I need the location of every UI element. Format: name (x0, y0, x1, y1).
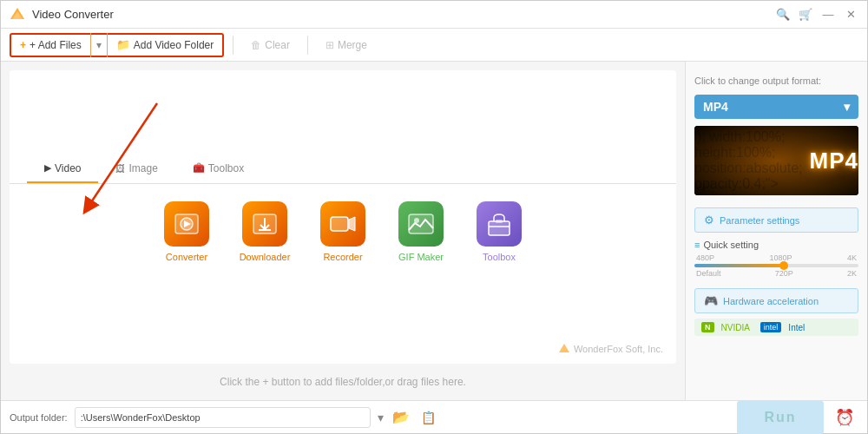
hardware-acceleration-button[interactable]: 🎮 Hardware acceleration (694, 288, 858, 313)
slider-top-labels: 480P 1080P 4K (694, 253, 858, 262)
output-label: Output folder: (10, 412, 68, 423)
main-content: ▶ Video 🖼 Image 🧰 Toolbox (1, 62, 867, 400)
drop-hint: Click the + button to add files/folder,o… (10, 371, 676, 391)
watermark: WonderFox Soft, Inc. (558, 343, 663, 355)
format-selector[interactable]: MP4 ▾ (694, 95, 858, 119)
alarm-button[interactable]: ⏰ (831, 401, 858, 434)
equalizer-icon: ≡ (694, 240, 700, 250)
settings-icon: ⚙ (704, 214, 714, 227)
svg-marker-15 (559, 344, 569, 352)
tab-toolbox[interactable]: 🧰 Toolbox (175, 155, 261, 183)
app-title: Video Converter (32, 8, 775, 21)
sidebar: Click to change output format: MP4 ▾ ');… (685, 62, 867, 400)
svg-rect-8 (331, 217, 348, 231)
intel-logo: intel (760, 322, 782, 332)
slider-fill (694, 264, 785, 267)
clear-button[interactable]: 🗑 Clear (242, 34, 299, 56)
bottom-bar: Output folder: ▾ 📂 📋 Run ⏰ (1, 400, 867, 433)
format-tabs: ▶ Video 🖼 Image 🧰 Toolbox (10, 155, 676, 184)
drop-zone[interactable]: ▶ Video 🖼 Image 🧰 Toolbox (10, 70, 676, 364)
tab-video[interactable]: ▶ Video (27, 155, 98, 183)
app-icons-grid: Converter Downloader (130, 184, 556, 279)
copy-folder-button[interactable]: 📋 (418, 407, 439, 428)
format-dropdown-icon: ▾ (844, 100, 850, 114)
app-logo (10, 7, 25, 23)
output-format-label: Click to change output format: (694, 76, 858, 86)
nvidia-logo: N (701, 322, 714, 332)
quality-slider[interactable]: 480P 1080P 4K Default 720P 2K (686, 252, 867, 285)
quick-setting-label: ≡ Quick setting (686, 236, 867, 252)
format-preview-text: MP4 (810, 148, 858, 174)
parameter-settings-button[interactable]: ⚙ Parameter settings (694, 207, 858, 233)
cart-icon[interactable]: 🛒 (798, 7, 813, 23)
toolbar: + + Add Files ▾ 📁 Add Video Folder 🗑 Cle… (1, 29, 867, 62)
image-tab-icon: 🖼 (115, 163, 125, 174)
content-area: ▶ Video 🖼 Image 🧰 Toolbox (1, 62, 685, 400)
add-video-folder-button[interactable]: 📁 Add Video Folder (108, 33, 223, 57)
video-tab-icon: ▶ (44, 162, 51, 174)
title-bar: Video Converter 🔍 🛒 — ✕ (1, 1, 867, 29)
gpu-icon: 🎮 (704, 294, 718, 307)
merge-button[interactable]: ⊞ Merge (317, 34, 376, 56)
plus-icon: + (20, 39, 26, 51)
app-window: Video Converter 🔍 🛒 — ✕ + + Add Files ▾ … (0, 0, 868, 434)
svg-rect-12 (489, 221, 510, 235)
folder-icon: 📁 (116, 38, 130, 51)
output-path-input[interactable] (75, 407, 371, 428)
window-controls: 🔍 🛒 — ✕ (775, 7, 858, 23)
recorder-icon-item[interactable]: Recorder (312, 201, 373, 262)
output-format-section: Click to change output format: (686, 70, 867, 95)
close-button[interactable]: ✕ (843, 7, 858, 23)
format-preview: '); width:100%; height:100%; position:ab… (694, 126, 858, 195)
run-button[interactable]: Run (737, 401, 824, 434)
downloader-icon-item[interactable]: Downloader (234, 201, 295, 262)
trash-icon: 🗑 (251, 39, 261, 51)
separator-1 (233, 36, 233, 55)
slider-track[interactable] (694, 264, 858, 267)
toolbox-tab-icon: 🧰 (193, 162, 205, 174)
svg-rect-13 (496, 220, 503, 223)
svg-marker-9 (349, 217, 355, 231)
search-icon[interactable]: 🔍 (775, 7, 791, 23)
minimize-button[interactable]: — (820, 7, 836, 23)
open-folder-button[interactable]: 📂 (391, 407, 411, 428)
separator-2 (307, 36, 308, 55)
toolbox-icon-item[interactable]: Toolbox (469, 201, 529, 262)
add-files-dropdown[interactable]: ▾ (91, 33, 107, 57)
path-dropdown-btn[interactable]: ▾ (378, 411, 384, 424)
merge-icon: ⊞ (326, 39, 334, 51)
slider-bottom-labels: Default 720P 2K (694, 269, 858, 278)
gif-maker-icon-item[interactable]: GIF Maker (391, 201, 451, 262)
gpu-brands-bar: N NVIDIA intel Intel (694, 319, 858, 336)
converter-icon-item[interactable]: Converter (156, 201, 217, 262)
add-files-button[interactable]: + + Add Files (11, 33, 90, 57)
tab-image[interactable]: 🖼 Image (98, 155, 174, 183)
